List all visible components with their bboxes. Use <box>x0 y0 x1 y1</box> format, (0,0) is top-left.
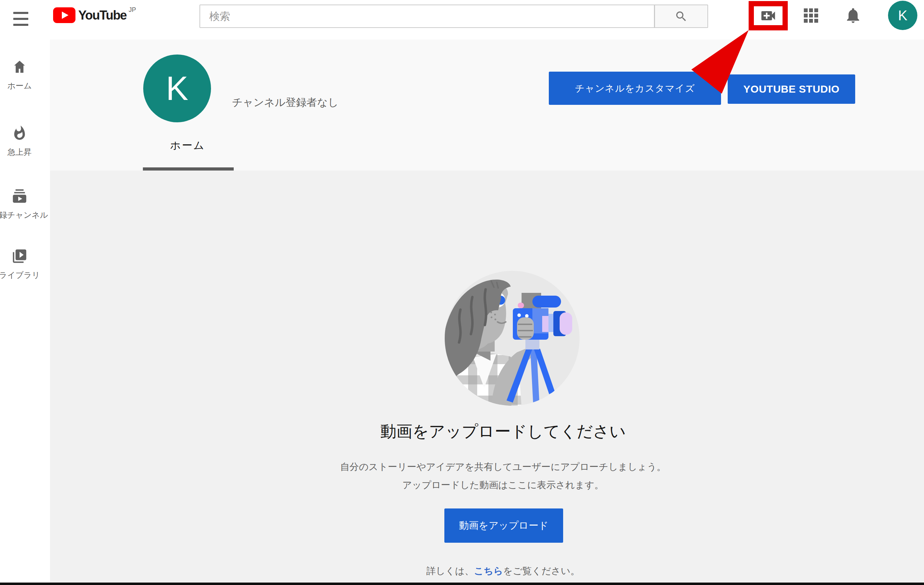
empty-state-description-2: アップロードした動画はここに表示されます。 <box>66 479 924 491</box>
subscriber-count: チャンネル登録者なし <box>232 96 338 110</box>
subscriptions-icon <box>12 188 28 204</box>
library-icon <box>12 248 28 264</box>
youtube-studio-button[interactable]: YOUTUBE STUDIO <box>728 74 855 104</box>
channel-header: K チャンネル登録者なし チャンネルをカスタマイズ YOUTUBE STUDIO… <box>50 40 924 170</box>
home-icon <box>12 59 28 75</box>
page-bottom-divider <box>0 583 924 585</box>
create-video-button-highlighted[interactable] <box>749 1 788 30</box>
sidebar-item-label: ホーム <box>7 80 32 91</box>
learn-more-note: 詳しくは、こちらをご覧ください。 <box>66 565 924 577</box>
search-input[interactable] <box>200 5 655 28</box>
channel-content: 動画をアップロードしてください 自分のストーリーやアイデアを共有してユーザーにア… <box>50 170 924 585</box>
empty-state-description-1: 自分のストーリーやアイデアを共有してユーザーにアプローチしましょう。 <box>66 461 924 473</box>
sidebar-item-label: 急上昇 <box>8 147 32 158</box>
active-tab-underline <box>143 167 234 170</box>
search-button[interactable] <box>655 5 708 28</box>
sidebar-item-trending[interactable]: 急上昇 <box>0 125 39 158</box>
youtube-play-icon <box>53 7 76 23</box>
account-avatar[interactable]: K <box>888 1 917 30</box>
note-prefix: 詳しくは、 <box>426 566 474 576</box>
top-bar: YouTube JP K <box>0 0 924 40</box>
learn-more-link[interactable]: こちら <box>474 566 503 576</box>
menu-icon[interactable] <box>13 12 28 26</box>
sidebar: ホーム 急上昇 登録チャンネル ライブラリ <box>0 40 50 583</box>
channel-avatar[interactable]: K <box>143 55 211 122</box>
search-icon <box>675 10 688 23</box>
notifications-bell-icon[interactable] <box>844 6 862 25</box>
sidebar-item-subscriptions[interactable]: 登録チャンネル <box>0 188 39 220</box>
channel-avatar-initial: K <box>166 69 188 107</box>
youtube-logo[interactable]: YouTube JP <box>53 7 136 23</box>
sidebar-item-label: 登録チャンネル <box>0 210 48 220</box>
account-avatar-initial: K <box>898 8 908 23</box>
logo-region-code: JP <box>129 7 136 13</box>
sidebar-item-label: ライブラリ <box>0 270 40 281</box>
sidebar-item-home[interactable]: ホーム <box>0 59 39 91</box>
create-video-icon <box>759 7 777 25</box>
upload-illustration <box>439 265 586 411</box>
apps-icon[interactable] <box>804 8 818 23</box>
empty-state-title: 動画をアップロードしてください <box>66 421 924 443</box>
customize-channel-button[interactable]: チャンネルをカスタマイズ <box>549 72 721 105</box>
tab-home[interactable]: ホーム <box>142 139 233 153</box>
note-suffix: をご覧ください。 <box>503 566 580 576</box>
upload-video-button[interactable]: 動画をアップロード <box>444 509 563 543</box>
trending-icon <box>12 125 28 141</box>
youtube-channel-page: YouTube JP K <box>0 0 924 585</box>
youtube-wordmark: YouTube <box>78 7 127 23</box>
sidebar-item-library[interactable]: ライブラリ <box>0 248 39 281</box>
